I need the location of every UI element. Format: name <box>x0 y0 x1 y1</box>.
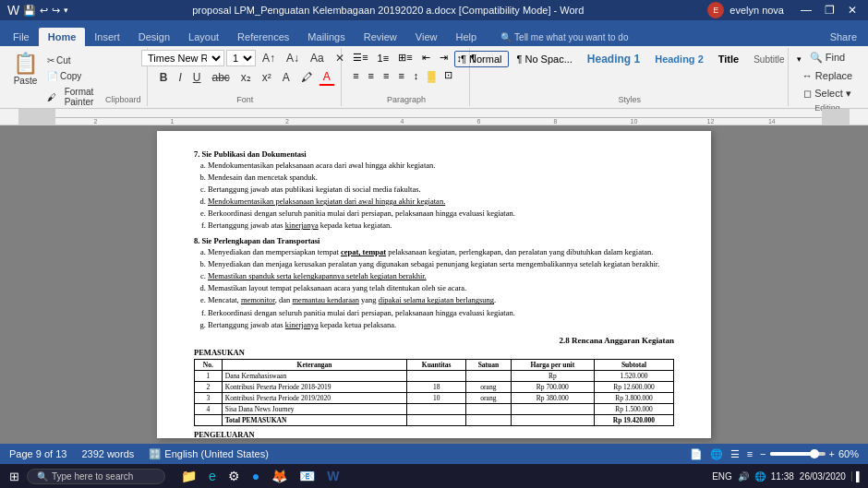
grow-font-button[interactable]: A↑ <box>258 50 280 66</box>
tab-view[interactable]: View <box>406 28 447 46</box>
pemasukan-row-2: 2Kontribusi Peserta Periode 2018-201918o… <box>195 381 674 392</box>
change-case-button[interactable]: Aa <box>306 50 329 66</box>
taskbar-app-blue[interactable]: ● <box>247 467 264 485</box>
close-button[interactable]: ✕ <box>844 4 861 17</box>
pengeluaran-title: PENGELUARAN <box>194 430 674 438</box>
pemasukan-row-1: 1Dana KemahasiswaanRp1.520.000 <box>195 370 674 381</box>
style-subtitle[interactable]: Subtitle <box>747 52 790 67</box>
quick-access-undo[interactable]: ↩ <box>40 5 48 17</box>
tab-references[interactable]: References <box>228 28 298 46</box>
budget-title: 2.8 Rencana Anggaran Kegiatan <box>194 336 674 345</box>
find-button[interactable]: 🔍 Find <box>799 50 856 65</box>
tell-me-input[interactable]: 🔍 Tell me what you want to do <box>493 29 635 46</box>
tab-design[interactable]: Design <box>129 28 179 46</box>
justify-button[interactable]: ≡ <box>394 67 407 83</box>
zoom-bar[interactable] <box>770 452 826 456</box>
user-name: evelyn nova <box>729 5 784 16</box>
strikethrough-button[interactable]: abc <box>207 69 234 86</box>
superscript-button[interactable]: x² <box>258 69 276 86</box>
document-page[interactable]: 7. Sie Publikasi dan Dokumentasi Mendoku… <box>157 131 711 438</box>
multilevel-button[interactable]: ⊞≡ <box>394 50 416 65</box>
paragraph-group: ☰≡ 1≡ ⊞≡ ⇤ ⇥ ↕ ¶ ≡ ≡ ≡ ≡ ↕ ▓ ⊡ Paragraph <box>344 48 469 106</box>
section-8-item-b: Menyediakan dan menjaga kerusakan perala… <box>208 259 674 269</box>
taskbar: ⊞ 🔍 Type here to search 📁 e ⚙ ● 🦊 📧 W EN… <box>0 464 868 488</box>
tab-review[interactable]: Review <box>355 28 406 46</box>
zoom-out-button[interactable]: − <box>760 448 766 459</box>
replace-button[interactable]: ↔ Replace <box>799 68 856 83</box>
restore-button[interactable]: ❐ <box>821 4 838 17</box>
col-no: No. <box>195 359 223 370</box>
numbering-button[interactable]: 1≡ <box>374 50 393 65</box>
share-button[interactable]: Share <box>823 28 864 46</box>
italic-button[interactable]: I <box>174 69 186 86</box>
tab-home[interactable]: Home <box>39 28 86 46</box>
line-spacing-button[interactable]: ↕ <box>410 67 423 83</box>
align-left-button[interactable]: ≡ <box>349 67 362 83</box>
font-family-select[interactable]: Times New R <box>141 50 224 66</box>
view-draft-button[interactable]: ≡ <box>747 448 753 459</box>
tray-date: 26/03/2020 <box>800 471 846 482</box>
taskbar-app-explorer[interactable]: 📁 <box>176 467 201 485</box>
pemasukan-row-3: 3Kontribusi Peserta Periode 2019/202010o… <box>195 392 674 403</box>
increase-indent-button[interactable]: ⇥ <box>436 50 452 65</box>
view-outline-button[interactable]: ☰ <box>730 448 740 460</box>
format-painter-button[interactable]: 🖌 Format Painter <box>43 85 103 109</box>
taskbar-app-edge[interactable]: e <box>204 467 221 485</box>
subscript-button[interactable]: x₂ <box>236 69 256 86</box>
shading-button[interactable]: ▓ <box>424 67 439 83</box>
pemasukan-table: No. Keterangan Kuantitas Satuan Harga pe… <box>194 359 674 426</box>
section-8-heading: 8. Sie Perlengkapan dan Transportasi <box>194 236 674 245</box>
copy-button[interactable]: 📄 Copy <box>43 69 103 83</box>
start-button[interactable]: ⊞ <box>6 468 23 485</box>
style-normal[interactable]: ¶ Normal <box>454 51 508 67</box>
style-title[interactable]: Title <box>712 51 745 67</box>
section-8-item-a: Menyediakan dan mempersiapkan tempat cep… <box>208 247 674 257</box>
bold-button[interactable]: B <box>155 69 173 86</box>
tab-layout[interactable]: Layout <box>179 28 228 46</box>
borders-button[interactable]: ⊡ <box>440 67 456 83</box>
text-effects-button[interactable]: A <box>278 69 295 86</box>
tab-help[interactable]: Help <box>446 28 486 46</box>
col-kuantitas: Kuantitas <box>407 359 466 370</box>
quick-access-redo[interactable]: ↪ <box>52 5 60 17</box>
paste-button[interactable]: 📋 Paste <box>9 50 42 88</box>
underline-button[interactable]: U <box>188 69 206 86</box>
align-right-button[interactable]: ≡ <box>380 67 392 83</box>
search-box[interactable]: 🔍 Type here to search <box>27 469 165 484</box>
tray-language: ENG <box>712 471 732 482</box>
tray-network-icon[interactable]: 🌐 <box>754 471 766 482</box>
budget-section: 2.8 Rencana Anggaran Kegiatan PEMASUKAN … <box>194 336 674 438</box>
taskbar-tray: ENG 🔊 🌐 11:38 26/03/2020 ▌ <box>712 471 862 482</box>
tray-volume-icon[interactable]: 🔊 <box>738 471 749 482</box>
language-indicator[interactable]: 🔡 English (United States) <box>149 448 269 460</box>
font-size-select[interactable]: 12 <box>226 50 256 66</box>
minimize-button[interactable]: — <box>797 4 815 17</box>
col-keterangan: Keterangan <box>222 359 407 370</box>
decrease-indent-button[interactable]: ⇤ <box>418 50 434 65</box>
taskbar-app-orange[interactable]: 🦊 <box>267 467 292 485</box>
cut-button[interactable]: ✂ Cut <box>43 54 103 67</box>
style-heading2[interactable]: Heading 2 <box>648 51 710 67</box>
view-print-button[interactable]: 📄 <box>690 448 703 460</box>
style-no-spacing[interactable]: ¶ No Spac... <box>511 51 579 67</box>
style-heading1[interactable]: Heading 1 <box>581 50 646 68</box>
quick-access-save[interactable]: 💾 <box>23 5 36 17</box>
section-7: 7. Sie Publikasi dan Dokumentasi Mendoku… <box>194 149 674 231</box>
text-highlight-button[interactable]: 🖍 <box>296 69 317 86</box>
view-web-button[interactable]: 🌐 <box>710 448 723 460</box>
text-color-button[interactable]: A <box>319 68 335 86</box>
tab-insert[interactable]: Insert <box>85 28 129 46</box>
taskbar-app-green[interactable]: 📧 <box>295 467 319 485</box>
zoom-in-button[interactable]: + <box>829 448 835 459</box>
align-center-button[interactable]: ≡ <box>365 67 378 83</box>
select-button[interactable]: ◻ Select ▾ <box>799 86 856 101</box>
zoom-control[interactable]: − + 60% <box>760 448 859 459</box>
shrink-font-button[interactable]: A↓ <box>282 50 304 66</box>
taskbar-app-settings[interactable]: ⚙ <box>223 467 245 485</box>
status-bar: Page 9 of 13 2392 words 🔡 English (Unite… <box>0 444 868 464</box>
taskbar-app-word[interactable]: W <box>322 467 344 485</box>
tab-file[interactable]: File <box>4 28 39 46</box>
tab-mailings[interactable]: Mailings <box>298 28 354 46</box>
show-desktop-button[interactable]: ▌ <box>851 471 862 482</box>
bullets-button[interactable]: ☰≡ <box>349 50 371 65</box>
